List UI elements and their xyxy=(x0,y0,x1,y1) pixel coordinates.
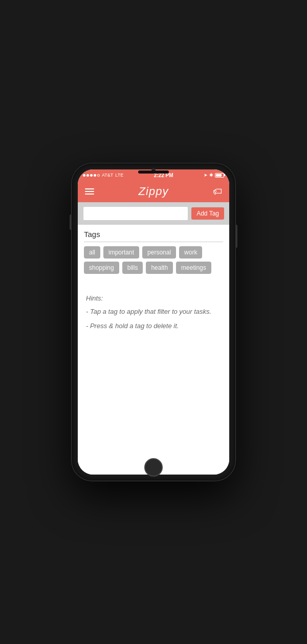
battery-fill xyxy=(216,174,222,177)
screen: AT&T LTE 2:22 PM ➤ ✱ xyxy=(78,169,229,475)
tags-container: allimportantpersonalworkshoppingbillshea… xyxy=(84,246,223,274)
hint-1-text: - Tap a tag to apply that filter to your… xyxy=(86,307,221,316)
phone-speaker xyxy=(138,170,169,174)
tag-chip[interactable]: all xyxy=(84,246,100,259)
app-title: Zippy xyxy=(139,185,169,198)
carrier-label: AT&T xyxy=(102,173,113,178)
tag-chip[interactable]: meetings xyxy=(176,262,211,274)
tag-icon[interactable]: 🏷 xyxy=(213,186,222,197)
phone-frame: AT&T LTE 2:22 PM ➤ ✱ xyxy=(72,163,235,481)
hamburger-line-1 xyxy=(85,188,94,189)
hamburger-line-3 xyxy=(85,194,94,195)
add-tag-area: Add Tag xyxy=(78,202,229,225)
hints-title: Hints: xyxy=(86,294,221,302)
home-button[interactable] xyxy=(144,458,163,477)
signal-dot-1 xyxy=(83,174,85,177)
signal-dot-2 xyxy=(86,174,89,177)
hamburger-line-2 xyxy=(85,191,94,192)
status-left: AT&T LTE xyxy=(83,173,123,178)
tags-section-title: Tags xyxy=(84,230,223,242)
app-header: Zippy 🏷 xyxy=(78,181,229,202)
tag-name-input[interactable] xyxy=(83,206,188,221)
signal-dot-4 xyxy=(94,174,96,177)
network-label: LTE xyxy=(115,173,123,178)
tag-chip[interactable]: bills xyxy=(122,262,143,274)
phone-screen-container: AT&T LTE 2:22 PM ➤ ✱ xyxy=(78,169,229,475)
signal-dots xyxy=(83,174,100,177)
add-tag-button[interactable]: Add Tag xyxy=(191,207,224,220)
tag-chip[interactable]: important xyxy=(103,246,139,259)
status-right: ➤ ✱ xyxy=(204,173,224,178)
location-icon: ➤ xyxy=(204,173,208,178)
tag-chip[interactable]: work xyxy=(179,246,202,259)
hint-2-text: - Press & hold a tag to delete it. xyxy=(86,321,221,331)
tag-chip[interactable]: personal xyxy=(142,246,176,259)
tag-chip[interactable]: health xyxy=(146,262,173,274)
signal-dot-5 xyxy=(97,174,100,177)
hints-section: Hints: - Tap a tag to apply that filter … xyxy=(84,294,223,331)
hamburger-menu-button[interactable] xyxy=(85,188,94,195)
main-content: Tags allimportantpersonalworkshoppingbil… xyxy=(78,225,229,475)
tag-chip[interactable]: shopping xyxy=(84,262,119,274)
signal-dot-3 xyxy=(90,174,93,177)
battery-indicator xyxy=(215,173,224,178)
bluetooth-icon: ✱ xyxy=(209,173,213,178)
